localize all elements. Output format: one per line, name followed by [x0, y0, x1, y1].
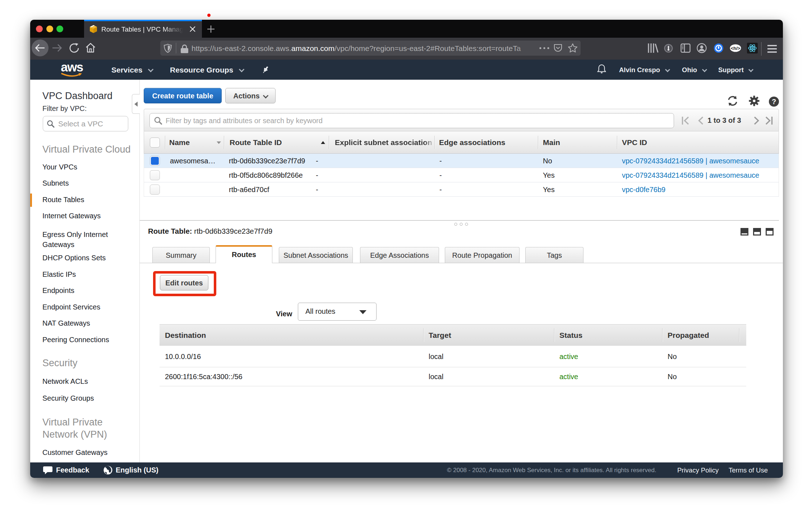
svg-text:aws: aws	[61, 61, 83, 74]
svg-text:<h/>: <h/>	[731, 46, 741, 51]
